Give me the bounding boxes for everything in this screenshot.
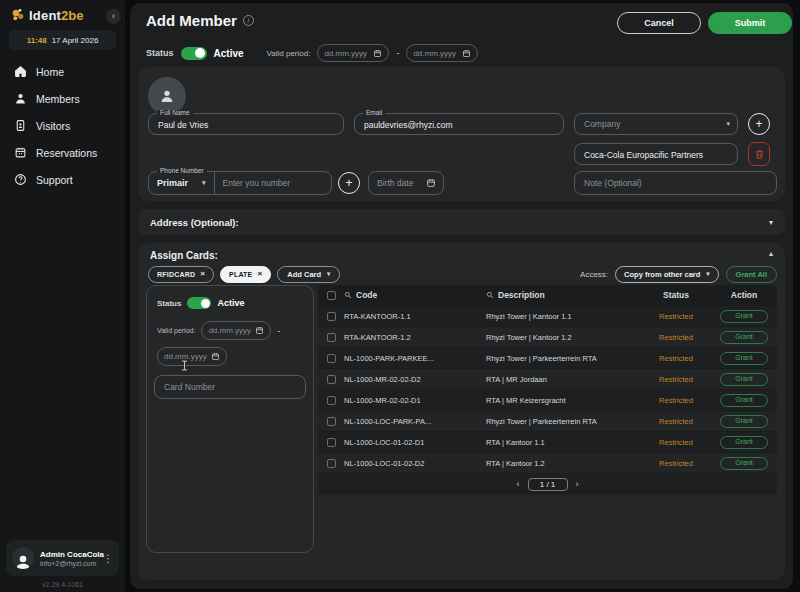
grant-button[interactable]: Grant [720, 373, 768, 386]
table-row[interactable]: NL-1000-LOC-01-02-D2 RTA | Kantoor 1.2 R… [318, 452, 777, 473]
card-valid-to-field[interactable] [157, 347, 227, 366]
sidebar-item-support[interactable]: Support [0, 166, 125, 193]
calendar-icon [462, 49, 471, 58]
sidebar-item-home[interactable]: Home [0, 58, 125, 85]
status-label: Status [146, 48, 174, 58]
add-card-button[interactable]: Add Card ▾ [277, 266, 340, 283]
address-section[interactable]: Address (Optional): ▾ [138, 209, 785, 235]
birth-date-field[interactable] [368, 171, 444, 195]
remove-company-button[interactable] [748, 142, 770, 166]
row-checkbox[interactable] [327, 417, 336, 426]
search-icon[interactable] [344, 291, 352, 299]
prev-page-button[interactable]: ‹ [517, 479, 520, 489]
valid-from-date-field[interactable] [317, 44, 389, 62]
cell-description: RTA | MR Keizersgracht [486, 396, 641, 405]
member-status-toggle[interactable] [181, 47, 207, 60]
cell-code: RTA-KANTOOR-1.1 [344, 312, 486, 321]
row-checkbox[interactable] [327, 438, 336, 447]
card-status-toggle[interactable] [187, 297, 211, 309]
sidebar-item-reservations[interactable]: Reservations [0, 139, 125, 166]
card-number-input[interactable] [155, 376, 305, 398]
email-label: Email [363, 110, 385, 117]
grant-button[interactable]: Grant [720, 310, 768, 323]
calendar-icon [211, 352, 220, 361]
table-row[interactable]: NL-1000-LOC-PARK-PA... Rhyzi Tower | Par… [318, 410, 777, 431]
grant-button[interactable]: Grant [720, 331, 768, 344]
phone-type-select[interactable]: Primair ▾ [149, 178, 214, 188]
row-checkbox[interactable] [327, 312, 336, 321]
phone-number-input[interactable] [215, 178, 331, 188]
table-row[interactable]: NL-1000-MR-02-02-D1 RTA | MR Keizersgrac… [318, 389, 777, 410]
select-all-checkbox[interactable] [327, 291, 336, 300]
add-member-panel: Add Member i Cancel Submit Status Active… [130, 3, 793, 589]
chevron-down-icon[interactable]: ▾ [769, 218, 773, 227]
table-row[interactable]: NL-1000-LOC-01-02-D1 RTA | Kantoor 1.1 R… [318, 431, 777, 452]
sidebar-collapse-button[interactable]: ‹ [106, 9, 121, 24]
toggle-knob [201, 299, 210, 308]
note-input[interactable] [575, 172, 776, 194]
row-checkbox[interactable] [327, 333, 336, 342]
table-row[interactable]: NL-1000-PARK-PARKEE... Rhyzi Tower | Par… [318, 347, 777, 368]
birth-date-input[interactable] [369, 178, 426, 188]
company-value-input[interactable] [575, 145, 737, 165]
table-row[interactable]: RTA-KANTOOR-1.2 Rhyzi Tower | Kantoor 1.… [318, 326, 777, 347]
sidebar-item-visitors[interactable]: Visitors [0, 112, 125, 139]
table-row[interactable]: NL-1000-MR-02-02-D2 RTA | MR Jordaan Res… [318, 368, 777, 389]
column-header-code[interactable]: Code [356, 290, 377, 300]
valid-to-input[interactable] [413, 49, 459, 58]
cell-code: NL-1000-LOC-01-02-D2 [344, 459, 486, 468]
calendar-icon [426, 178, 436, 188]
grant-button[interactable]: Grant [720, 415, 768, 428]
brand-name: Ident [29, 8, 61, 23]
valid-from-input[interactable] [324, 49, 370, 58]
cell-code: NL-1000-LOC-01-02-D1 [344, 438, 486, 447]
user-profile-card[interactable]: Admin CocaCola info+2@rhyzi.com ⋮ [6, 540, 119, 576]
chip-label: PLATE [229, 271, 252, 278]
email-field: Email [354, 113, 564, 135]
member-status-row: Status Active Valid period: - [146, 43, 478, 63]
grant-button[interactable]: Grant [720, 394, 768, 407]
add-company-button[interactable]: + [748, 113, 770, 135]
chevron-down-icon: ▾ [202, 179, 206, 187]
phone-number-label: Phone Number [157, 168, 207, 175]
card-valid-from-input[interactable] [208, 326, 252, 335]
cell-code: RTA-KANTOOR-1.2 [344, 333, 486, 342]
cancel-button[interactable]: Cancel [617, 12, 701, 34]
column-header-action: Action [711, 290, 777, 300]
cell-status: Restricted [641, 417, 711, 426]
sidebar-item-members[interactable]: Members [0, 85, 125, 112]
chip-plate[interactable]: PLATE × [220, 266, 271, 283]
row-checkbox[interactable] [327, 459, 336, 468]
table-row[interactable]: RTA-KANTOOR-1.1 Rhyzi Tower | Kantoor 1.… [318, 305, 777, 326]
grant-button[interactable]: Grant [720, 457, 768, 470]
chip-remove-icon[interactable]: × [200, 270, 205, 278]
info-icon[interactable]: i [243, 15, 254, 26]
row-checkbox[interactable] [327, 354, 336, 363]
cell-status: Restricted [641, 312, 711, 321]
grant-all-button[interactable]: Grant All [726, 266, 777, 283]
submit-button[interactable]: Submit [708, 12, 792, 34]
row-checkbox[interactable] [327, 396, 336, 405]
email-input[interactable] [355, 115, 563, 135]
grant-button[interactable]: Grant [720, 436, 768, 449]
copy-from-other-card-dropdown[interactable]: Copy from other card ▾ [615, 266, 719, 283]
add-phone-button[interactable]: + [338, 172, 360, 194]
chip-rfidcard[interactable]: RFIDCARD × [148, 266, 214, 283]
search-icon[interactable] [486, 291, 494, 299]
cell-status: Restricted [641, 354, 711, 363]
sidebar-item-label: Reservations [36, 147, 97, 159]
question-circle-icon [14, 173, 27, 186]
chevron-up-icon[interactable]: ▴ [769, 249, 773, 258]
user-menu-kebab-icon[interactable]: ⋮ [103, 553, 113, 564]
column-header-description[interactable]: Description [498, 290, 545, 300]
row-checkbox[interactable] [327, 375, 336, 384]
chip-remove-icon[interactable]: × [257, 270, 262, 278]
full-name-input[interactable] [149, 115, 343, 135]
cell-code: NL-1000-MR-02-02-D1 [344, 396, 486, 405]
next-page-button[interactable]: › [576, 479, 579, 489]
valid-to-date-field[interactable] [406, 44, 478, 62]
card-valid-from-field[interactable] [201, 321, 271, 340]
grant-button[interactable]: Grant [720, 352, 768, 365]
company-select[interactable]: Company ▾ [574, 113, 738, 135]
card-valid-period-label: Valid period: [157, 327, 195, 334]
